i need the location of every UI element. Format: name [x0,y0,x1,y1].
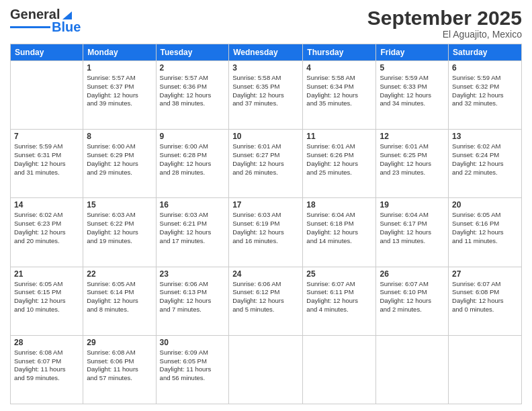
logo-text-blue: Blue [52,19,81,35]
day-info: Sunrise: 6:01 AM Sunset: 6:25 PM Dayligh… [380,142,445,177]
day-info: Sunrise: 6:02 AM Sunset: 6:23 PM Dayligh… [14,211,79,245]
day-info: Sunrise: 5:58 AM Sunset: 6:34 PM Dayligh… [306,74,372,108]
header-row: Sunday Monday Tuesday Wednesday Thursday… [11,44,522,61]
day-number: 25 [306,269,372,279]
day-number: 6 [452,63,518,73]
table-row [376,335,449,404]
table-row: 10Sunrise: 6:01 AM Sunset: 6:27 PM Dayli… [229,130,303,198]
calendar-week-3: 21Sunrise: 6:05 AM Sunset: 6:15 PM Dayli… [11,267,522,335]
day-info: Sunrise: 6:07 AM Sunset: 6:08 PM Dayligh… [452,280,518,314]
day-info: Sunrise: 5:58 AM Sunset: 6:35 PM Dayligh… [232,74,299,108]
day-number: 12 [380,132,445,141]
day-info: Sunrise: 6:00 AM Sunset: 6:29 PM Dayligh… [87,142,152,177]
day-info: Sunrise: 6:09 AM Sunset: 6:05 PM Dayligh… [160,349,226,383]
th-thursday: Thursday [303,44,376,61]
day-number: 16 [160,200,226,210]
th-saturday: Saturday [449,44,522,61]
day-info: Sunrise: 6:02 AM Sunset: 6:24 PM Dayligh… [452,142,518,177]
table-row [449,335,522,404]
table-row: 1Sunrise: 5:57 AM Sunset: 6:37 PM Daylig… [83,61,156,130]
day-number: 20 [452,200,518,210]
table-row: 24Sunrise: 6:06 AM Sunset: 6:12 PM Dayli… [229,267,303,335]
day-number: 11 [306,132,372,141]
day-info: Sunrise: 6:00 AM Sunset: 6:28 PM Dayligh… [160,142,226,177]
day-number: 18 [306,200,372,210]
day-info: Sunrise: 6:04 AM Sunset: 6:17 PM Dayligh… [380,211,445,245]
day-number: 10 [232,132,299,141]
day-number: 30 [160,338,226,347]
day-number: 14 [14,200,79,210]
day-info: Sunrise: 6:03 AM Sunset: 6:19 PM Dayligh… [232,211,299,245]
day-info: Sunrise: 6:05 AM Sunset: 6:14 PM Dayligh… [87,280,152,314]
day-info: Sunrise: 6:04 AM Sunset: 6:18 PM Dayligh… [306,211,372,245]
day-info: Sunrise: 5:57 AM Sunset: 6:37 PM Dayligh… [87,74,152,108]
header: General Blue September 2025 El Aguajito,… [10,7,522,40]
location-subtitle: El Aguajito, Mexico [367,29,522,40]
page: General Blue September 2025 El Aguajito,… [0,0,532,411]
table-row: 6Sunrise: 5:59 AM Sunset: 6:32 PM Daylig… [449,61,522,130]
day-number: 4 [306,63,372,73]
th-friday: Friday [376,44,449,61]
table-row: 18Sunrise: 6:04 AM Sunset: 6:18 PM Dayli… [303,198,376,267]
calendar-table: Sunday Monday Tuesday Wednesday Thursday… [10,44,522,404]
table-row: 11Sunrise: 6:01 AM Sunset: 6:26 PM Dayli… [303,130,376,198]
day-info: Sunrise: 6:05 AM Sunset: 6:15 PM Dayligh… [14,280,79,314]
table-row: 21Sunrise: 6:05 AM Sunset: 6:15 PM Dayli… [11,267,83,335]
table-row: 9Sunrise: 6:00 AM Sunset: 6:28 PM Daylig… [156,130,229,198]
day-info: Sunrise: 6:01 AM Sunset: 6:27 PM Dayligh… [232,142,299,177]
th-wednesday: Wednesday [229,44,303,61]
table-row: 12Sunrise: 6:01 AM Sunset: 6:25 PM Dayli… [376,130,449,198]
table-row: 20Sunrise: 6:05 AM Sunset: 6:16 PM Dayli… [449,198,522,267]
title-area: September 2025 El Aguajito, Mexico [367,7,522,40]
day-number: 29 [87,338,152,347]
table-row: 14Sunrise: 6:02 AM Sunset: 6:23 PM Dayli… [11,198,83,267]
day-info: Sunrise: 6:06 AM Sunset: 6:12 PM Dayligh… [232,280,299,314]
day-number: 1 [87,63,152,73]
day-info: Sunrise: 6:06 AM Sunset: 6:13 PM Dayligh… [160,280,226,314]
table-row [229,335,303,404]
day-number: 5 [380,63,445,73]
day-number: 17 [232,200,299,210]
table-row: 3Sunrise: 5:58 AM Sunset: 6:35 PM Daylig… [229,61,303,130]
table-row: 25Sunrise: 6:07 AM Sunset: 6:11 PM Dayli… [303,267,376,335]
day-number: 21 [14,269,79,279]
day-info: Sunrise: 6:07 AM Sunset: 6:11 PM Dayligh… [306,280,372,314]
table-row: 5Sunrise: 5:59 AM Sunset: 6:33 PM Daylig… [376,61,449,130]
day-info: Sunrise: 6:03 AM Sunset: 6:22 PM Dayligh… [87,211,152,245]
table-row: 15Sunrise: 6:03 AM Sunset: 6:22 PM Dayli… [83,198,156,267]
day-number: 13 [452,132,518,141]
table-row: 4Sunrise: 5:58 AM Sunset: 6:34 PM Daylig… [303,61,376,130]
day-number: 3 [232,63,299,73]
logo: General Blue [10,7,81,35]
table-row: 2Sunrise: 5:57 AM Sunset: 6:36 PM Daylig… [156,61,229,130]
th-sunday: Sunday [11,44,83,61]
day-info: Sunrise: 6:05 AM Sunset: 6:16 PM Dayligh… [452,211,518,245]
day-info: Sunrise: 6:03 AM Sunset: 6:21 PM Dayligh… [160,211,226,245]
calendar-week-4: 28Sunrise: 6:08 AM Sunset: 6:07 PM Dayli… [11,335,522,404]
day-number: 8 [87,132,152,141]
table-row: 8Sunrise: 6:00 AM Sunset: 6:29 PM Daylig… [83,130,156,198]
day-number: 28 [14,338,79,347]
table-row: 19Sunrise: 6:04 AM Sunset: 6:17 PM Dayli… [376,198,449,267]
day-number: 2 [160,63,226,73]
th-monday: Monday [83,44,156,61]
month-title: September 2025 [367,7,522,29]
svg-marker-0 [62,11,72,19]
table-row: 26Sunrise: 6:07 AM Sunset: 6:10 PM Dayli… [376,267,449,335]
day-number: 7 [14,132,79,141]
day-number: 23 [160,269,226,279]
day-number: 24 [232,269,299,279]
table-row: 28Sunrise: 6:08 AM Sunset: 6:07 PM Dayli… [11,335,83,404]
day-number: 9 [160,132,226,141]
day-number: 22 [87,269,152,279]
day-info: Sunrise: 6:08 AM Sunset: 6:06 PM Dayligh… [87,349,152,383]
day-info: Sunrise: 5:59 AM Sunset: 6:32 PM Dayligh… [452,74,518,108]
day-number: 19 [380,200,445,210]
table-row: 30Sunrise: 6:09 AM Sunset: 6:05 PM Dayli… [156,335,229,404]
table-row: 13Sunrise: 6:02 AM Sunset: 6:24 PM Dayli… [449,130,522,198]
day-info: Sunrise: 6:08 AM Sunset: 6:07 PM Dayligh… [14,349,79,383]
table-row: 22Sunrise: 6:05 AM Sunset: 6:14 PM Dayli… [83,267,156,335]
table-row: 29Sunrise: 6:08 AM Sunset: 6:06 PM Dayli… [83,335,156,404]
day-number: 27 [452,269,518,279]
day-info: Sunrise: 5:57 AM Sunset: 6:36 PM Dayligh… [160,74,226,108]
